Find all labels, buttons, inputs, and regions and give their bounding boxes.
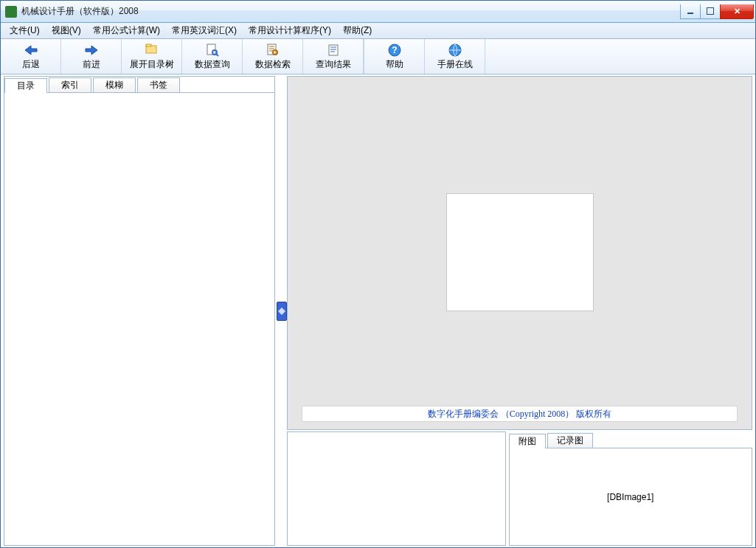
svg-rect-7 <box>329 45 338 55</box>
manual-online-label: 手册在线 <box>437 58 473 71</box>
forward-label: 前进 <box>83 58 100 71</box>
manual-online-button[interactable]: 手册在线 <box>425 39 485 74</box>
menu-file[interactable]: 文件(U) <box>4 23 46 38</box>
menu-view[interactable]: 视图(V) <box>46 23 87 38</box>
content-inner <box>302 99 738 406</box>
svg-rect-1 <box>146 44 151 46</box>
window-buttons <box>681 4 754 19</box>
expand-tree-button[interactable]: 展开目录树 <box>122 39 182 74</box>
bottom-row: 附图 记录图 [DBImage1] <box>287 431 752 546</box>
close-button[interactable] <box>720 4 754 19</box>
client-area: 目录 索引 模糊 书签 数字化手册编委会 （Copyright 2008） 版权… <box>1 74 755 547</box>
data-query-button[interactable]: 数据查询 <box>182 39 243 74</box>
globe-icon <box>448 43 462 58</box>
right-pane: 数字化手册编委会 （Copyright 2008） 版权所有 附图 记录图 [D… <box>287 76 752 546</box>
forward-button[interactable]: 前进 <box>61 39 122 74</box>
help-icon: ? <box>387 43 402 58</box>
bottom-right-panel: 附图 记录图 [DBImage1] <box>509 431 752 546</box>
toolbar: 后退 前进 展开目录树 数据查询 数据检索 <box>1 39 755 74</box>
tab-attach[interactable]: 附图 <box>509 434 546 448</box>
menu-help[interactable]: 帮助(Z) <box>337 23 378 38</box>
menu-formula[interactable]: 常用公式计算(W) <box>87 23 166 38</box>
bottom-left-panel <box>287 431 506 546</box>
help-button[interactable]: ? 帮助 <box>364 39 425 74</box>
query-result-button[interactable]: 查询结果 <box>303 39 364 74</box>
back-label: 后退 <box>22 58 40 71</box>
app-window: 机械设计手册（软件版）2008 文件(U) 视图(V) 常用公式计算(W) 常用… <box>0 0 756 548</box>
window-title: 机械设计手册（软件版）2008 <box>21 5 681 18</box>
data-search-label: 数据检索 <box>255 58 291 71</box>
help-label: 帮助 <box>386 58 403 71</box>
titlebar[interactable]: 机械设计手册（软件版）2008 <box>1 1 755 23</box>
data-search-button[interactable]: 数据检索 <box>243 39 303 74</box>
document-search-icon <box>205 43 220 58</box>
back-arrow-icon <box>24 43 38 58</box>
menubar: 文件(U) 视图(V) 常用公式计算(W) 常用英汉词汇(X) 常用设计计算程序… <box>1 23 755 39</box>
maximize-button[interactable] <box>700 4 721 19</box>
forward-arrow-icon <box>84 43 99 58</box>
tab-fuzzy[interactable]: 模糊 <box>93 77 136 92</box>
splitter[interactable] <box>277 74 287 547</box>
menu-calc[interactable]: 常用设计计算程序(Y) <box>243 23 337 38</box>
query-result-label: 查询结果 <box>316 58 351 71</box>
svg-line-4 <box>216 54 218 56</box>
dbimage-area: [DBImage1] <box>509 448 752 546</box>
tab-record[interactable]: 记录图 <box>547 433 593 448</box>
bottom-tabstrip: 附图 记录图 <box>509 431 752 448</box>
content-viewer: 数字化手册编委会 （Copyright 2008） 版权所有 <box>287 76 752 430</box>
app-icon <box>5 6 17 18</box>
tab-toc[interactable]: 目录 <box>4 78 47 93</box>
svg-rect-2 <box>207 44 215 55</box>
document-result-icon <box>326 43 341 58</box>
copyright-bar: 数字化手册编委会 （Copyright 2008） 版权所有 <box>302 406 738 422</box>
left-tabstrip: 目录 索引 模糊 书签 <box>4 77 274 93</box>
svg-text:?: ? <box>392 45 397 55</box>
back-button[interactable]: 后退 <box>1 39 61 74</box>
svg-rect-5 <box>268 44 276 55</box>
tab-bookmark[interactable]: 书签 <box>137 77 180 92</box>
tab-index[interactable]: 索引 <box>49 77 91 92</box>
menu-dict[interactable]: 常用英汉词汇(X) <box>166 23 243 38</box>
splitter-grip-icon <box>277 302 287 321</box>
toc-tree[interactable] <box>4 93 274 545</box>
content-placeholder <box>446 193 594 311</box>
document-find-icon <box>266 43 280 58</box>
folder-tree-icon <box>145 43 159 58</box>
data-query-label: 数据查询 <box>195 58 230 71</box>
expand-tree-label: 展开目录树 <box>130 58 174 71</box>
dbimage-placeholder: [DBImage1] <box>607 492 653 502</box>
minimize-button[interactable] <box>680 4 701 19</box>
left-pane: 目录 索引 模糊 书签 <box>4 76 275 546</box>
